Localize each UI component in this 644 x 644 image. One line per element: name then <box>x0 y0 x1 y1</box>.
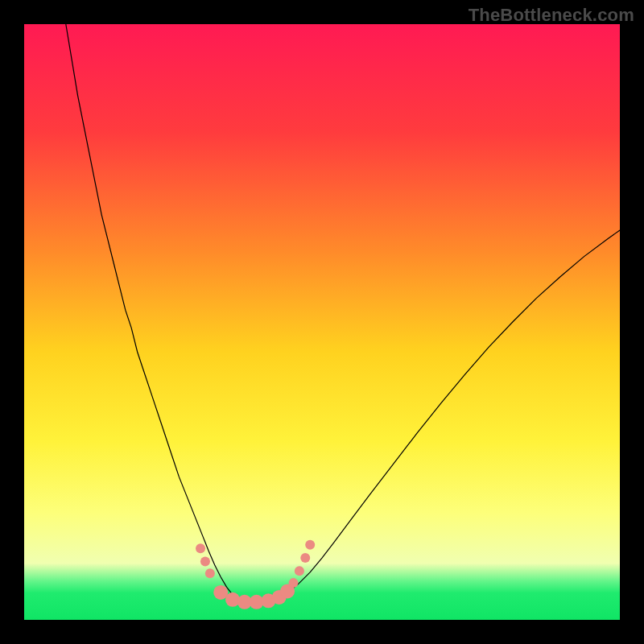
highlight-dot <box>225 592 240 607</box>
highlight-dot <box>295 566 304 576</box>
highlight-dot <box>288 578 298 588</box>
highlight-dot <box>305 540 315 550</box>
highlight-dot <box>196 543 205 553</box>
highlight-dot <box>205 568 215 578</box>
highlight-dot <box>300 553 310 563</box>
chart-frame: TheBottleneck.com <box>0 0 644 644</box>
gradient-background <box>24 24 620 620</box>
highlight-dot <box>200 556 210 566</box>
plot-area <box>24 24 620 620</box>
chart-svg <box>24 24 620 620</box>
watermark-text: TheBottleneck.com <box>469 5 634 26</box>
